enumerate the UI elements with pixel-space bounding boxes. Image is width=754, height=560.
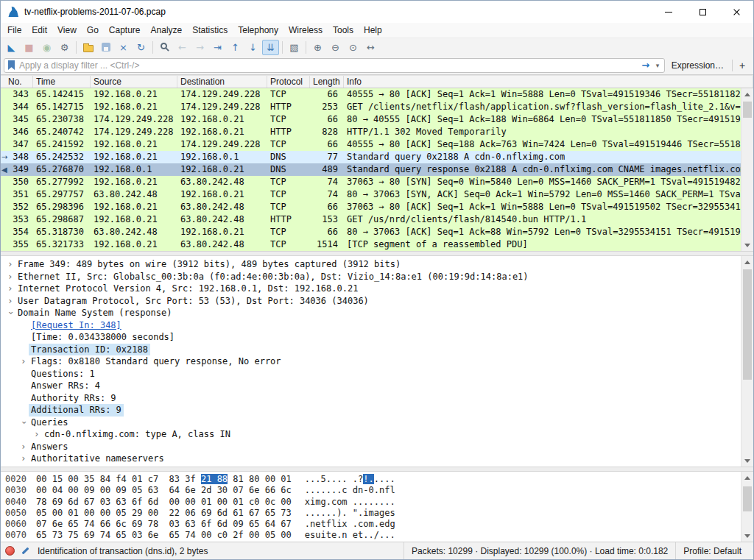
open-file-icon[interactable] xyxy=(80,40,96,55)
resize-columns-icon[interactable]: ↔ xyxy=(362,40,379,55)
detail-row[interactable]: Queries xyxy=(1,417,741,429)
go-last-icon[interactable]: ↓ xyxy=(244,40,261,55)
expanded-toggle-icon[interactable] xyxy=(18,417,29,429)
detail-row[interactable]: Transaction ID: 0x2188 xyxy=(1,344,741,356)
scroll-down-icon[interactable] xyxy=(741,530,753,542)
expanded-toggle-icon[interactable] xyxy=(5,307,15,319)
scroll-down-icon[interactable] xyxy=(741,239,753,251)
zoom-in-icon[interactable]: ⊕ xyxy=(309,40,326,55)
menu-wireless[interactable]: Wireless xyxy=(283,23,328,38)
detail-row[interactable]: [Time: 0.034338000 seconds] xyxy=(1,331,741,344)
go-to-packet-icon[interactable]: ⇥ xyxy=(209,40,226,55)
detail-row[interactable]: User Datagram Protocol, Src Port: 53 (53… xyxy=(1,295,741,308)
collapsed-toggle-icon[interactable] xyxy=(5,271,15,283)
collapsed-toggle-icon[interactable] xyxy=(18,355,29,368)
close-button[interactable] xyxy=(719,1,753,23)
packet-row-352[interactable]: 35265.298396192.168.0.2163.80.242.48TCP6… xyxy=(1,201,741,213)
display-filter-box[interactable]: → ▾ xyxy=(4,58,665,73)
detail-scrollbar[interactable] xyxy=(741,256,753,467)
scroll-thumb[interactable] xyxy=(743,102,752,118)
detail-row[interactable]: Authority RRs: 9 xyxy=(1,392,741,405)
pane-splitter-upper[interactable] xyxy=(1,251,753,256)
menu-tools[interactable]: Tools xyxy=(328,23,359,38)
packet-row-346[interactable]: 34665.240742174.129.249.228192.168.0.21H… xyxy=(1,126,741,138)
go-forward-icon[interactable]: → xyxy=(191,40,208,55)
detail-row[interactable]: Answer RRs: 4 xyxy=(1,380,741,392)
column-header-proto[interactable]: Protocol xyxy=(267,76,310,88)
hex-row[interactable]: 006007 6e 65 74 66 6c 69 78 03 63 6f 6d … xyxy=(5,519,741,530)
reload-file-icon[interactable]: ↻ xyxy=(133,40,149,55)
capture-comment-icon[interactable] xyxy=(21,546,30,556)
start-capture-icon[interactable]: ◣ xyxy=(3,40,20,55)
column-header-time[interactable]: Time xyxy=(33,76,91,88)
menu-capture[interactable]: Capture xyxy=(104,23,146,38)
detail-row[interactable]: Authoritative nameservers xyxy=(1,453,741,465)
collapsed-toggle-icon[interactable] xyxy=(5,295,15,308)
menu-go[interactable]: Go xyxy=(82,23,104,38)
detail-row[interactable]: [Request In: 348] xyxy=(1,319,741,332)
minimize-button[interactable] xyxy=(652,1,686,23)
scroll-thumb[interactable] xyxy=(743,486,752,511)
detail-row[interactable]: cdn-0.nflximg.com: type A, class IN xyxy=(1,428,741,441)
menu-telephony[interactable]: Telephony xyxy=(233,23,283,38)
column-header-info[interactable]: Info xyxy=(344,76,753,88)
column-header-len[interactable]: Length xyxy=(310,76,344,88)
expert-info-icon[interactable] xyxy=(5,546,15,556)
add-filter-button[interactable]: + xyxy=(734,58,750,73)
filter-apply-icon[interactable]: → xyxy=(638,60,653,71)
menu-help[interactable]: Help xyxy=(359,23,387,38)
save-file-icon[interactable] xyxy=(97,40,114,55)
restart-capture-icon[interactable]: ◉ xyxy=(38,40,55,55)
packet-list-scrollbar[interactable] xyxy=(741,88,753,251)
packet-row-349[interactable]: 349◀65.276870192.168.0.1192.168.0.21DNS4… xyxy=(1,163,741,176)
zoom-out-icon[interactable]: ⊖ xyxy=(327,40,344,55)
menu-view[interactable]: View xyxy=(52,23,82,38)
packet-row-350[interactable]: 35065.277992192.168.0.2163.80.242.48TCP7… xyxy=(1,176,741,188)
collapsed-toggle-icon[interactable] xyxy=(5,258,15,271)
zoom-reset-icon[interactable]: ⊙ xyxy=(345,40,362,55)
detail-row[interactable]: Frame 349: 489 bytes on wire (3912 bits)… xyxy=(1,258,741,271)
hex-row[interactable]: 007065 73 75 69 74 65 03 6e 65 74 00 c0 … xyxy=(5,530,741,541)
column-header-src[interactable]: Source xyxy=(91,76,177,88)
hex-row[interactable]: 005005 00 01 00 00 05 29 00 22 06 69 6d … xyxy=(5,508,741,519)
go-first-icon[interactable]: ↑ xyxy=(227,40,244,55)
menu-file[interactable]: File xyxy=(2,23,27,38)
collapsed-toggle-icon[interactable] xyxy=(32,428,42,441)
scroll-up-icon[interactable] xyxy=(741,472,753,483)
detail-row[interactable]: Flags: 0x8180 Standard query response, N… xyxy=(1,355,741,368)
profile-selector[interactable]: Profile: Default xyxy=(675,542,749,559)
packet-row-353[interactable]: 35365.298687192.168.0.2163.80.242.48HTTP… xyxy=(1,213,741,226)
scroll-up-icon[interactable] xyxy=(741,88,753,100)
column-header-dst[interactable]: Destination xyxy=(177,76,267,88)
hex-row[interactable]: 003000 04 00 09 00 09 05 63 64 6e 2d 30 … xyxy=(5,485,741,496)
scroll-thumb[interactable] xyxy=(743,269,752,380)
menu-edit[interactable]: Edit xyxy=(27,23,52,38)
hex-row[interactable]: 004078 69 6d 67 03 63 6f 6d 00 00 01 00 … xyxy=(5,497,741,508)
find-packet-icon[interactable] xyxy=(156,40,173,55)
detail-row[interactable]: Ethernet II, Src: Globalsc_00:3b:0a (f0:… xyxy=(1,271,741,283)
packet-row-344[interactable]: 34465.142715192.168.0.21174.129.249.228H… xyxy=(1,101,741,113)
packet-row-354[interactable]: 35465.31873063.80.242.48192.168.0.21TCP6… xyxy=(1,226,741,238)
capture-options-icon[interactable]: ⚙ xyxy=(56,40,73,55)
scroll-up-icon[interactable] xyxy=(741,256,753,268)
stop-capture-icon[interactable]: ■ xyxy=(21,40,38,55)
go-back-icon[interactable]: ← xyxy=(174,40,191,55)
expression-button[interactable]: Expression… xyxy=(665,57,730,74)
menu-statistics[interactable]: Statistics xyxy=(187,23,233,38)
detail-row[interactable]: Domain Name System (response) xyxy=(1,307,741,319)
filter-dropdown-icon[interactable]: ▾ xyxy=(653,60,663,71)
packet-row-345[interactable]: 34565.230738174.129.249.228192.168.0.21T… xyxy=(1,113,741,126)
packet-row-348[interactable]: 348→65.242532192.168.0.21192.168.0.1DNS7… xyxy=(1,151,741,163)
detail-row[interactable]: Additional RRs: 9 xyxy=(1,404,741,417)
collapsed-toggle-icon[interactable] xyxy=(5,283,15,295)
packet-row-355[interactable]: 35565.321733192.168.0.2163.80.242.48TCP1… xyxy=(1,238,741,251)
detail-row[interactable]: Answers xyxy=(1,441,741,453)
scroll-down-icon[interactable] xyxy=(741,455,753,467)
packet-row-347[interactable]: 34765.241592192.168.0.21174.129.249.228T… xyxy=(1,138,741,151)
column-header-no[interactable]: No. xyxy=(1,76,33,88)
packet-row-351[interactable]: 35165.29775763.80.242.48192.168.0.21TCP7… xyxy=(1,188,741,201)
detail-row[interactable]: Internet Protocol Version 4, Src: 192.16… xyxy=(1,283,741,295)
filter-bookmark-icon[interactable] xyxy=(8,60,15,70)
display-filter-input[interactable] xyxy=(19,59,638,72)
close-file-icon[interactable]: × xyxy=(115,40,132,55)
